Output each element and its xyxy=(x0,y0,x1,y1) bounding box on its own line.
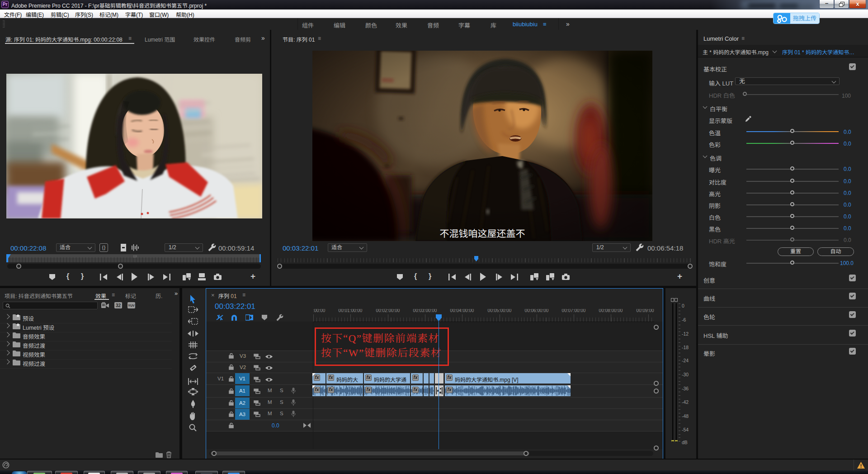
svg-text:32: 32 xyxy=(116,303,121,308)
svg-text:YUV: YUV xyxy=(128,304,135,307)
